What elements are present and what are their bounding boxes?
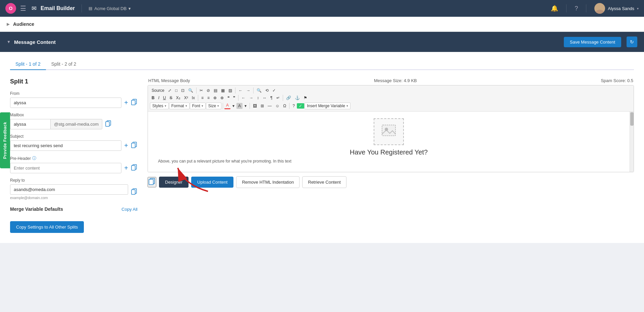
from-add-button[interactable]: +	[124, 99, 128, 107]
spam-score-label: Spam Score: 0.5	[601, 78, 633, 83]
tab-split-2[interactable]: Split - 2 of 2	[46, 59, 82, 70]
select-all-button[interactable]: ⟲	[264, 87, 270, 93]
anchor-button[interactable]: ⚓	[293, 95, 302, 101]
paste-word-button[interactable]: ▦	[219, 87, 226, 93]
spell-check-button[interactable]: ✓	[271, 87, 277, 93]
editor-copy-button[interactable]	[148, 177, 156, 187]
paste-text-button[interactable]: ▧	[227, 87, 234, 93]
editor-scrollbar[interactable]	[630, 112, 634, 172]
bidi-rtl-button[interactable]: ↵	[275, 95, 281, 101]
insert-smiley-button[interactable]: ☺	[274, 103, 281, 109]
toolbar-sep-2	[235, 87, 235, 93]
undo-button[interactable]: ←	[237, 87, 244, 93]
preheader-add-button[interactable]: +	[124, 164, 128, 172]
remove-html-indentation-button[interactable]: Remove HTML Indentation	[236, 176, 300, 188]
size-dropdown[interactable]: Size ▾	[206, 103, 221, 109]
insert-hr-button[interactable]: —	[266, 103, 273, 109]
mailbox-input[interactable]	[10, 119, 50, 129]
audience-section[interactable]: ▶ Audience	[0, 17, 644, 32]
bidi-ltr-button[interactable]: ¶	[269, 95, 274, 101]
superscript-button[interactable]: X²	[182, 95, 190, 101]
link-button[interactable]: 🔗	[284, 95, 293, 101]
font-color-arrow-button[interactable]: ▾	[231, 103, 236, 109]
remove-format-button[interactable]: Ix	[190, 95, 197, 101]
subject-field-row: +	[10, 140, 138, 151]
preheader-copy-button[interactable]	[131, 164, 138, 172]
insert-merge-variable-dropdown[interactable]: Insert Merge Variable ▾	[305, 103, 351, 109]
font-color-button[interactable]: A	[224, 102, 230, 109]
editor-footer: Designer Upload Content Remove HTML Inde…	[148, 176, 634, 188]
preheader-input[interactable]	[10, 163, 121, 173]
merge-variable-section: Merge Variable Defaults Copy All	[10, 206, 138, 212]
strikethrough-button[interactable]: S	[168, 95, 174, 101]
format-dropdown[interactable]: Format ▾	[169, 103, 190, 109]
upload-content-button[interactable]: Upload Content	[191, 177, 233, 188]
tab-split-1[interactable]: Split - 1 of 2	[10, 59, 46, 70]
designer-button[interactable]: Designer	[159, 177, 189, 188]
merge-var-button[interactable]: ✓	[297, 103, 304, 109]
create-div-button[interactable]: ❞	[231, 95, 237, 101]
flag-button[interactable]: ⚑	[302, 95, 309, 101]
blockquote-button[interactable]: ❝	[226, 95, 231, 101]
help-icon[interactable]: ?	[575, 5, 578, 12]
mailbox-copy-button[interactable]	[105, 120, 112, 128]
help-toolbar-button[interactable]: ?	[291, 103, 297, 109]
reply-to-input[interactable]	[10, 184, 128, 195]
app-logo[interactable]: O	[5, 3, 16, 14]
notification-icon[interactable]: 🔔	[551, 5, 558, 12]
merge-var-header: Merge Variable Defaults Copy All	[10, 206, 138, 212]
paste-button[interactable]: ▤	[212, 87, 219, 93]
from-copy-button[interactable]	[131, 99, 138, 107]
editor-meta: HTML Message Body Message Size: 4.9 KB S…	[148, 78, 634, 83]
bg-color-arrow-button[interactable]: ▾	[243, 103, 248, 109]
copy-all-link[interactable]: Copy All	[121, 207, 138, 212]
find-replace-button[interactable]: 🔍	[255, 87, 263, 93]
preview-button[interactable]: ⊡	[179, 87, 186, 93]
editor-body[interactable]: Have You Registered Yet? Above, you can …	[148, 112, 634, 172]
redo-button[interactable]: →	[245, 87, 252, 93]
align-justify-button[interactable]: ↔	[261, 95, 268, 101]
ordered-list-button[interactable]: ≡	[200, 95, 205, 101]
fullscreen-button[interactable]: ⤢	[166, 87, 173, 93]
source-button[interactable]: Source	[150, 87, 166, 93]
insert-special-char-button[interactable]: Ω	[281, 103, 288, 109]
hamburger-menu[interactable]: ☰	[20, 4, 26, 12]
underline-button[interactable]: U	[161, 95, 168, 101]
italic-button[interactable]: I	[157, 95, 161, 101]
refresh-button[interactable]: ↻	[627, 37, 637, 47]
insert-image-button[interactable]: 🖼	[251, 103, 259, 109]
unordered-list-button[interactable]: ≡	[206, 95, 211, 101]
bold-button[interactable]: B	[150, 95, 156, 101]
outdent-button[interactable]: ⊕	[219, 95, 225, 101]
reply-to-copy-button[interactable]	[131, 188, 138, 196]
retrieve-content-button[interactable]: Retrieve Content	[302, 176, 346, 188]
styles-dropdown[interactable]: Styles ▾	[150, 103, 169, 109]
find-button[interactable]: 🔍	[186, 87, 195, 93]
database-name: Acme Global DB	[94, 6, 126, 11]
indent-button[interactable]: ⊕	[212, 95, 218, 101]
font-dropdown[interactable]: Font ▾	[190, 103, 206, 109]
preheader-info-icon[interactable]: ⓘ	[32, 155, 36, 161]
user-menu[interactable]: Alyssa Sands ▾	[594, 3, 639, 14]
bg-color-button[interactable]: A	[236, 103, 243, 109]
from-input[interactable]	[10, 98, 121, 108]
align-right-button[interactable]: ↕	[255, 95, 261, 101]
copy-button[interactable]: ⊘	[205, 87, 212, 93]
subject-input[interactable]	[10, 140, 121, 151]
subject-add-button[interactable]: +	[124, 142, 128, 149]
copy-settings-to-all-splits-button[interactable]: Copy Settings to All Other Splits	[10, 221, 84, 233]
editor-scrollbar-thumb[interactable]	[630, 112, 634, 126]
feedback-tab[interactable]: Provide Feedback	[0, 113, 10, 169]
align-left-button[interactable]: ←	[240, 95, 247, 101]
cut-button[interactable]: ✂	[198, 87, 205, 93]
database-selector[interactable]: ▤ Acme Global DB ▾	[89, 6, 131, 11]
save-message-content-button[interactable]: Save Message Content	[564, 37, 621, 47]
message-content-chevron-icon[interactable]: ▼	[7, 40, 11, 44]
toolbar-row-2: B I U S X₂ X² Ix ≡ ≡ ⊕ ⊕ ❝	[150, 94, 632, 102]
subject-copy-button[interactable]	[131, 141, 138, 150]
new-page-button[interactable]: □	[173, 87, 179, 93]
insert-table-button[interactable]: ⊞	[259, 103, 266, 109]
subscript-button[interactable]: X₂	[174, 95, 182, 101]
align-center-button[interactable]: →	[248, 95, 255, 101]
toolbar-row-1: Source ⤢ □ ⊡ 🔍 ✂ ⊘ ▤ ▦ ▧ ←	[150, 87, 632, 94]
